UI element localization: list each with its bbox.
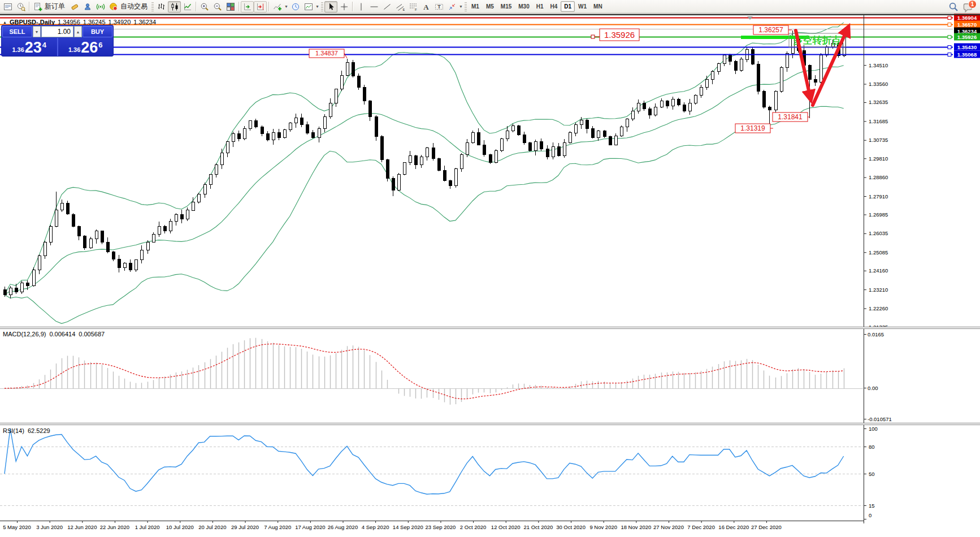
indicators-icon[interactable] <box>271 1 284 12</box>
volume-increase-button[interactable]: ▲ <box>74 26 82 37</box>
svg-text:F: F <box>415 8 417 11</box>
zoom-in-icon[interactable] <box>198 1 211 12</box>
tf-mn[interactable]: MN <box>590 1 606 12</box>
svg-text:100: 100 <box>869 426 878 432</box>
svg-text:0.0165: 0.0165 <box>868 331 884 337</box>
sell-price-main: 1.36 <box>12 46 24 53</box>
terminal-icon[interactable] <box>1 1 14 12</box>
one-click-trading-panel: SELL ▼ ▲ BUY 1.36 23 4 1.36 26 6 <box>1 25 114 57</box>
svg-text:1.35430: 1.35430 <box>957 44 977 50</box>
svg-text:1 Jul 2020: 1 Jul 2020 <box>135 524 160 530</box>
sell-button[interactable]: SELL <box>2 26 32 37</box>
svg-text:4 Sep 2020: 4 Sep 2020 <box>362 524 389 530</box>
svg-text:20 Jul 2020: 20 Jul 2020 <box>198 524 226 530</box>
search-icon[interactable] <box>947 1 960 12</box>
volume-input[interactable] <box>41 26 73 37</box>
tf-h1[interactable]: H1 <box>533 1 547 12</box>
tile-windows-icon[interactable] <box>224 1 237 12</box>
svg-text:27 Nov 2020: 27 Nov 2020 <box>653 524 684 530</box>
chart-canvas[interactable]: 多空转折点1.348371.359261.362571.313191.31841… <box>0 0 980 537</box>
svg-text:1.32635: 1.32635 <box>869 99 888 105</box>
sell-price[interactable]: 1.36 23 4 <box>2 38 57 56</box>
buy-button[interactable]: BUY <box>83 26 112 37</box>
svg-text:1.30735: 1.30735 <box>869 137 888 143</box>
tf-m15[interactable]: M15 <box>497 1 515 12</box>
cycles-icon[interactable] <box>289 1 302 12</box>
tf-h4[interactable]: H4 <box>547 1 561 12</box>
svg-text:15: 15 <box>869 503 875 509</box>
horizontal-line-icon[interactable] <box>367 1 380 12</box>
candlestick-chart-icon[interactable] <box>168 1 181 12</box>
svg-text:23 Sep 2020: 23 Sep 2020 <box>426 524 456 530</box>
tf-m1[interactable]: M1 <box>468 1 483 12</box>
new-order-icon[interactable] <box>31 1 44 12</box>
svg-text:1.28860: 1.28860 <box>869 174 888 180</box>
arrows-icon[interactable] <box>445 1 458 12</box>
signals-icon[interactable] <box>94 1 107 12</box>
buy-price[interactable]: 1.36 26 6 <box>58 38 114 56</box>
toolbar: 新订单 自动交易 ▼ ▼ E F A T ▼ M1 M5 M15 M30 H1 … <box>0 0 980 14</box>
crosshair-icon[interactable] <box>337 1 350 12</box>
svg-text:27 Dec 2020: 27 Dec 2020 <box>751 524 782 530</box>
fibonacci-icon[interactable]: F <box>406 1 419 12</box>
svg-text:10 Jul 2020: 10 Jul 2020 <box>166 524 194 530</box>
autotrading-icon[interactable] <box>107 1 120 12</box>
svg-text:1.27910: 1.27910 <box>869 193 888 200</box>
svg-text:1.23210: 1.23210 <box>869 287 888 293</box>
svg-text:1.34510: 1.34510 <box>869 62 888 68</box>
line-chart-icon[interactable] <box>181 1 194 12</box>
svg-text:1.33560: 1.33560 <box>869 81 888 87</box>
vertical-line-icon[interactable] <box>354 1 367 12</box>
history-center-icon[interactable] <box>14 1 27 12</box>
tf-m30[interactable]: M30 <box>515 1 532 12</box>
tf-m5[interactable]: M5 <box>483 1 497 12</box>
svg-text:1.31685: 1.31685 <box>869 118 888 124</box>
svg-text:18 Nov 2020: 18 Nov 2020 <box>621 524 651 530</box>
buy-price-pipette: 6 <box>98 41 102 49</box>
tf-d1[interactable]: D1 <box>561 1 575 12</box>
svg-text:A: A <box>423 2 429 11</box>
svg-text:1.25085: 1.25085 <box>869 249 888 255</box>
trendline-icon[interactable] <box>380 1 393 12</box>
notification-badge[interactable]: 1 <box>968 0 977 8</box>
svg-text:22 Jun 2020: 22 Jun 2020 <box>100 524 129 530</box>
bar-chart-icon[interactable] <box>155 1 168 12</box>
equidistant-channel-icon[interactable]: E <box>393 1 406 12</box>
svg-text:12 Jun 2020: 12 Jun 2020 <box>67 524 97 530</box>
svg-text:1.36257: 1.36257 <box>758 26 783 34</box>
indicators-dropdown-icon[interactable]: ▼ <box>284 1 289 12</box>
auto-scroll-icon[interactable] <box>241 1 254 12</box>
new-order-label[interactable]: 新订单 <box>45 2 65 11</box>
text-label-icon[interactable]: T <box>432 1 445 12</box>
autotrading-label[interactable]: 自动交易 <box>120 2 148 11</box>
text-icon[interactable]: A <box>419 1 432 12</box>
arrows-dropdown-icon[interactable]: ▼ <box>458 1 463 12</box>
metaeditor-icon[interactable] <box>68 1 81 12</box>
cursor-icon[interactable] <box>324 1 337 12</box>
buy-price-main: 1.36 <box>68 46 80 53</box>
svg-text:1.26985: 1.26985 <box>869 211 888 218</box>
svg-text:80: 80 <box>869 444 875 450</box>
svg-text:1.26035: 1.26035 <box>869 230 888 236</box>
svg-text:1.35926: 1.35926 <box>604 30 635 40</box>
publisher-icon[interactable] <box>81 1 94 12</box>
svg-text:1.31841: 1.31841 <box>778 113 803 121</box>
volume-decrease-button[interactable]: ▼ <box>33 26 41 37</box>
svg-text:2 Oct 2020: 2 Oct 2020 <box>460 524 486 530</box>
tf-w1[interactable]: W1 <box>575 1 590 12</box>
chart-shift-icon[interactable] <box>254 1 267 12</box>
toolbar-edge <box>0 14 980 15</box>
svg-text:1.35068: 1.35068 <box>957 51 977 58</box>
svg-text:1.22260: 1.22260 <box>869 305 888 311</box>
svg-text:3 Jun 2020: 3 Jun 2020 <box>36 524 63 530</box>
sell-price-pipette: 4 <box>42 41 46 49</box>
notifications-icon[interactable]: 1 <box>962 1 975 13</box>
svg-text:1.36904: 1.36904 <box>957 15 977 21</box>
zoom-out-icon[interactable] <box>211 1 224 12</box>
svg-text:14 Sep 2020: 14 Sep 2020 <box>393 524 423 530</box>
templates-icon[interactable] <box>302 1 315 12</box>
svg-text:26 Aug 2020: 26 Aug 2020 <box>328 524 358 530</box>
svg-text:9 Nov 2020: 9 Nov 2020 <box>589 524 617 530</box>
templates-dropdown-icon[interactable]: ▼ <box>315 1 320 12</box>
svg-text:1.31319: 1.31319 <box>740 124 765 132</box>
